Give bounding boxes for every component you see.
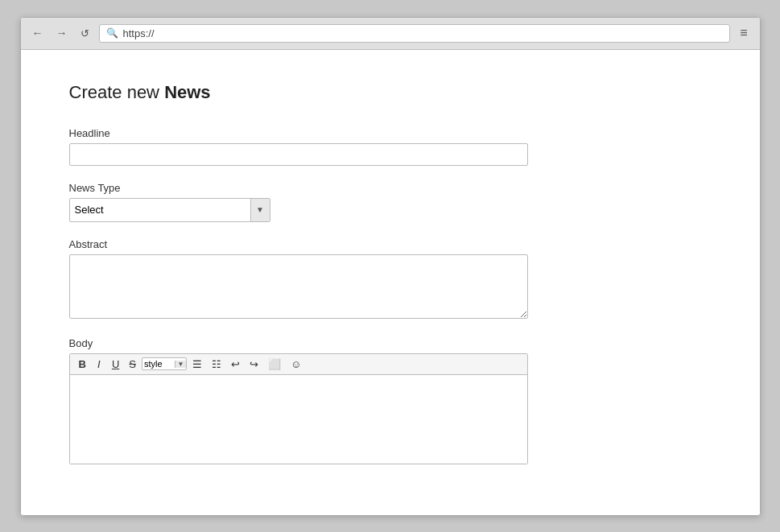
body-rich-editor: B I U S style Heading 1 Heading 2 Paragr…	[69, 353, 528, 464]
news-type-select[interactable]: Select Breaking News Feature Opinion	[70, 199, 250, 221]
headline-label: Headline	[69, 127, 712, 139]
emoji-button[interactable]: ☺	[287, 357, 305, 372]
bold-button[interactable]: B	[75, 357, 90, 372]
forward-button[interactable]: →	[53, 25, 71, 41]
image-button[interactable]: ⬜	[264, 357, 285, 372]
news-type-select-wrapper[interactable]: Select Breaking News Feature Opinion ▼	[69, 198, 270, 222]
style-select[interactable]: style Heading 1 Heading 2 Paragraph	[142, 358, 175, 369]
browser-menu-button[interactable]: ≡	[737, 24, 751, 42]
news-type-label: News Type	[69, 182, 712, 194]
browser-chrome: ← → ↺ 🔍 ≡	[21, 18, 760, 50]
news-type-group: News Type Select Breaking News Feature O…	[69, 182, 712, 222]
page-title: Create new News	[69, 82, 712, 103]
abstract-textarea[interactable]	[69, 254, 528, 319]
page-content: Create new News Headline News Type Selec…	[21, 50, 760, 515]
back-button[interactable]: ←	[29, 25, 47, 41]
italic-button[interactable]: I	[92, 357, 106, 372]
search-icon: 🔍	[106, 27, 118, 39]
style-chevron-down-icon: ▼	[175, 361, 186, 368]
chevron-down-icon: ▼	[250, 199, 270, 221]
body-label: Body	[69, 337, 712, 349]
editor-toolbar: B I U S style Heading 1 Heading 2 Paragr…	[70, 354, 527, 375]
refresh-button[interactable]: ↺	[77, 26, 93, 41]
headline-input[interactable]	[69, 143, 528, 166]
unordered-list-button[interactable]: ☰	[188, 357, 206, 372]
redo-button[interactable]: ↪	[246, 357, 262, 372]
address-bar: 🔍	[99, 24, 731, 43]
body-group: Body B I U S style Heading 1 Heading 2 P…	[69, 337, 712, 464]
abstract-group: Abstract	[69, 238, 712, 321]
body-editor-area[interactable]	[70, 375, 527, 464]
ordered-list-button[interactable]: ☷	[208, 357, 225, 372]
style-select-wrapper[interactable]: style Heading 1 Heading 2 Paragraph ▼	[142, 357, 187, 370]
underline-button[interactable]: U	[108, 357, 123, 372]
strikethrough-button[interactable]: S	[125, 357, 140, 372]
headline-group: Headline	[69, 127, 712, 166]
abstract-label: Abstract	[69, 238, 712, 250]
undo-button[interactable]: ↩	[227, 357, 244, 372]
address-input[interactable]	[123, 27, 724, 39]
browser-window: ← → ↺ 🔍 ≡ Create new News Headline News …	[20, 17, 761, 516]
